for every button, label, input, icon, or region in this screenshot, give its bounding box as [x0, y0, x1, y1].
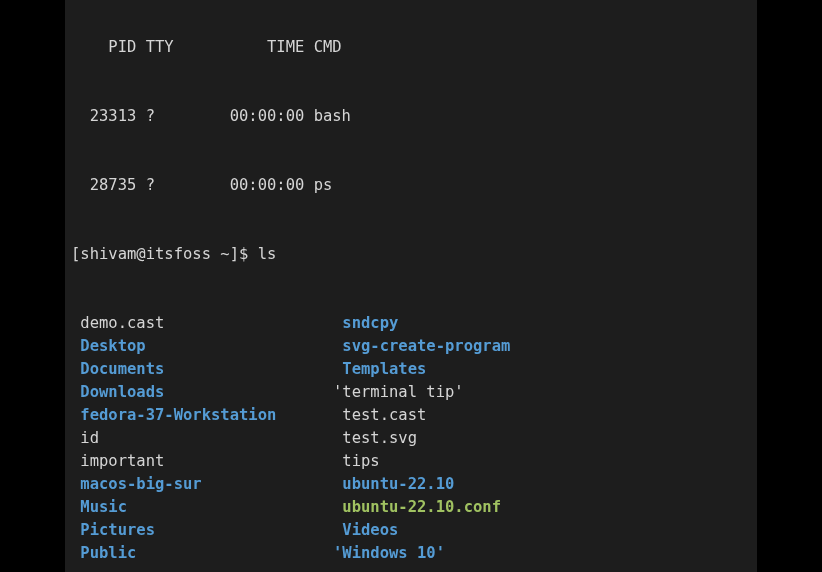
ls-entry: fedora-37-Workstation [71, 404, 333, 427]
ps-header: PID TTY TIME CMD [71, 36, 751, 59]
ls-entry: tips [333, 452, 380, 470]
ls-row: Pictures Videos [71, 519, 751, 542]
prompt-line: [shivam@itsfoss ~]$ ls [71, 243, 751, 266]
ls-output: demo.cast sndcpy Desktop svg-create-prog… [71, 312, 751, 565]
ls-row: important tips [71, 450, 751, 473]
ls-entry: svg-create-program [333, 337, 510, 355]
ls-entry: 'terminal tip' [333, 383, 464, 401]
ps-row: 23313 ? 00:00:00 bash [71, 105, 751, 128]
ls-entry: test.svg [333, 429, 417, 447]
ls-entry: important [71, 450, 333, 473]
ls-entry: test.cast [333, 406, 426, 424]
ls-row: id test.svg [71, 427, 751, 450]
terminal-body[interactable]: [shivam@itsfoss ~]$ ps PID TTY TIME CMD … [65, 0, 757, 572]
ls-entry: Videos [333, 521, 398, 539]
ls-row: Music ubuntu-22.10.conf [71, 496, 751, 519]
ls-entry: sndcpy [333, 314, 398, 332]
ls-entry: Downloads [71, 381, 333, 404]
ls-row: Downloads'terminal tip' [71, 381, 751, 404]
ls-entry: Public [71, 542, 333, 565]
ls-entry: ubuntu-22.10.conf [333, 498, 501, 516]
ls-row: demo.cast sndcpy [71, 312, 751, 335]
ls-row: Documents Templates [71, 358, 751, 381]
ls-entry: Pictures [71, 519, 333, 542]
ls-row: Public'Windows 10' [71, 542, 751, 565]
terminal-window: shivam@itsfoss:~ [shivam@itsfoss ~]$ ps … [65, 0, 757, 572]
ps-row: 28735 ? 00:00:00 ps [71, 174, 751, 197]
ls-entry: Music [71, 496, 333, 519]
ls-entry: id [71, 427, 333, 450]
ls-entry: demo.cast [71, 312, 333, 335]
ls-entry: Documents [71, 358, 333, 381]
ls-entry: ubuntu-22.10 [333, 475, 454, 493]
ls-entry: Templates [333, 360, 426, 378]
ls-entry: Desktop [71, 335, 333, 358]
ls-row: Desktop svg-create-program [71, 335, 751, 358]
ls-entry: macos-big-sur [71, 473, 333, 496]
ls-row: fedora-37-Workstation test.cast [71, 404, 751, 427]
command-ls: ls [258, 245, 277, 263]
ls-row: macos-big-sur ubuntu-22.10 [71, 473, 751, 496]
ls-entry: 'Windows 10' [333, 544, 445, 562]
